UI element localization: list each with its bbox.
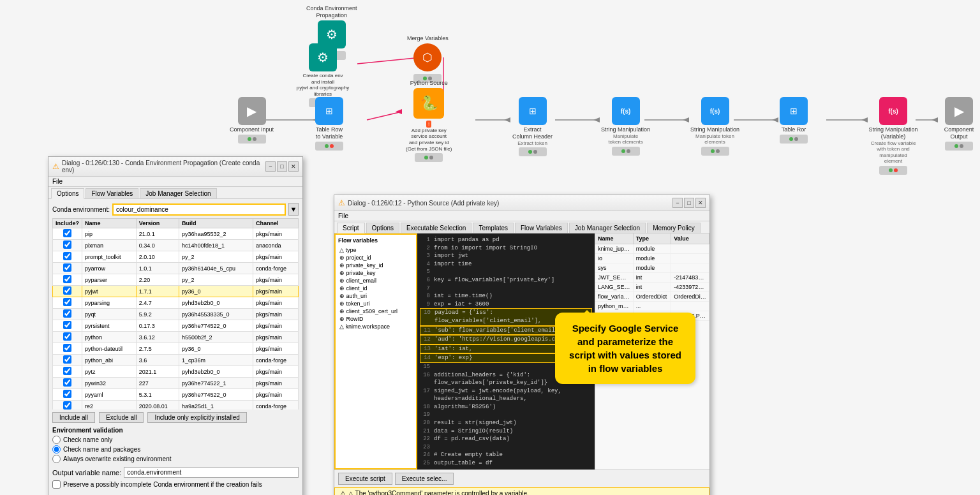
conda-maximize-btn[interactable]: □ (277, 161, 287, 172)
pkg-check[interactable] (53, 320, 82, 332)
include-only-btn[interactable]: Include only explicitly installed (147, 412, 246, 423)
node-component-input[interactable]: ▶ Component Input (230, 97, 274, 144)
conda-package-row: re2 2020.08.01 ha9a25d1_1 conda-forge (53, 401, 299, 410)
pkg-check[interactable] (53, 389, 82, 401)
conda-warning-icon: ⚠ (52, 162, 59, 171)
execute-script-btn[interactable]: Execute script (338, 473, 392, 485)
rpr-type: int (634, 283, 672, 292)
exclude-all-btn[interactable]: Exclude all (99, 412, 144, 423)
dot-green10 (789, 137, 793, 141)
script-line: 18 algorithm='RS256') (420, 403, 592, 411)
conda-menu-file[interactable]: File (52, 178, 63, 185)
conda-package-row: pip 21.0.1 py36haa95532_2 pkgs/main (53, 228, 299, 240)
pkg-check[interactable] (53, 309, 82, 320)
pkg-check[interactable] (53, 366, 82, 378)
flow-var-item[interactable]: ⊕ client_id (338, 284, 413, 292)
radio-check-packages[interactable]: Check name and packages (52, 445, 299, 454)
node-extract-column[interactable]: ⊞ ExtractColumn Header Extract token (512, 97, 553, 156)
include-all-btn[interactable]: Include all (52, 412, 95, 423)
dot-green4 (248, 137, 251, 141)
python-tab-flow-vars[interactable]: Flow Variables (515, 223, 568, 233)
node-table-row-right[interactable]: ⊞ Table Ror (780, 97, 808, 144)
pkg-check[interactable] (53, 297, 82, 309)
python-minimize-btn[interactable]: − (672, 198, 683, 208)
node-table-row-variable[interactable]: ⊞ Table Rowto Variable (315, 97, 343, 151)
preserve-checkbox[interactable] (52, 480, 61, 489)
right-panel-row: JWT_SENTINEL int -2147483648 (595, 273, 709, 283)
conda-tabs[interactable]: Options Flow Variables Job Manager Selec… (48, 187, 302, 199)
python-tab-options[interactable]: Options (366, 223, 399, 233)
conda-env-dropdown[interactable]: ▼ (288, 203, 299, 216)
flow-var-item[interactable]: ⊕ client_email (338, 277, 413, 284)
script-code: key = flow_variables['private_key'] (434, 276, 554, 284)
conda-package-row: pyparser 2.20 py_2 pkgs/main (53, 274, 299, 286)
node-string-manip-2[interactable]: f(s) String Manipulation Manipulate toke… (690, 97, 739, 156)
pkg-check[interactable] (53, 240, 82, 251)
pkg-version: 21.0.1 (136, 228, 179, 240)
radio-check-name[interactable]: Check name only (52, 436, 299, 444)
callout-bubble: Specify Google Service and parameterize … (555, 313, 695, 384)
python-maximize-btn[interactable]: □ (684, 198, 694, 208)
node-extract-column-label: ExtractColumn Header (512, 126, 553, 140)
python-tab-script[interactable]: Script (337, 223, 365, 233)
flow-var-item[interactable]: ⊕ token_uri (338, 300, 413, 307)
python-menu-file[interactable]: File (338, 212, 348, 219)
output-var-input[interactable] (124, 467, 299, 478)
flow-var-item[interactable]: ⊕ private_key (338, 269, 413, 277)
script-line: 7 (420, 284, 592, 293)
execute-select-btn[interactable]: Execute selec... (395, 473, 454, 485)
conda-tab-job-manager[interactable]: Job Manager Selection (140, 188, 216, 198)
svg-line-3 (367, 112, 402, 120)
conda-close-btn[interactable]: ✕ (288, 161, 299, 172)
flow-var-item[interactable]: ⊕ auth_uri (338, 292, 413, 300)
pkg-check[interactable] (53, 228, 82, 240)
node-string-manip-1[interactable]: f(s) String Manipulation Manipulatetoken… (601, 97, 650, 156)
rph-type: Type (634, 233, 672, 244)
conda-buttons-row: Include all Exclude all Include only exp… (52, 412, 299, 423)
node-string-manip-2-sublabel: Manipulate tokenelements (695, 133, 734, 145)
python-tab-job-manager[interactable]: Job Manager Selection (569, 223, 646, 233)
conda-titlebar-controls[interactable]: − □ ✕ (265, 161, 299, 172)
node-string-manip-variable[interactable]: f(s) String Manipulation(Variable) Creat… (868, 97, 919, 175)
conda-env-input[interactable] (112, 203, 286, 216)
preserve-label: Preserve a possibly incomplete Conda env… (63, 481, 262, 488)
python-menu[interactable]: File (334, 211, 709, 221)
node-python-source[interactable]: Python Source 🐍 ! Add private keyservice… (406, 80, 452, 162)
pkg-check[interactable] (53, 263, 82, 274)
node-merge-icon: ⬡ (413, 43, 442, 71)
flow-var-item[interactable]: ⊕ client_x509_cert_url (338, 307, 413, 315)
pkg-version: 2.0.10 (136, 251, 179, 263)
python-tab-templates[interactable]: Templates (473, 223, 514, 233)
flow-var-item[interactable]: ⊕ RowID (338, 315, 413, 323)
flow-var-item[interactable]: ⊕ private_key_id (338, 262, 413, 269)
node-component-output[interactable]: ▶ Component Output (938, 97, 980, 151)
pkg-check[interactable] (53, 332, 82, 343)
rpr-name: JWT_SENTINEL (595, 273, 634, 282)
flow-var-item[interactable]: ⊕ project_id (338, 254, 413, 262)
pkg-check[interactable] (53, 251, 82, 263)
flow-var-item[interactable]: △ type (338, 246, 413, 254)
pkg-check[interactable] (53, 401, 82, 410)
pkg-check[interactable] (53, 286, 82, 297)
pkg-check[interactable] (53, 355, 82, 366)
pkg-check[interactable] (53, 343, 82, 355)
pkg-check[interactable] (53, 274, 82, 286)
conda-menu[interactable]: File (48, 177, 302, 187)
flow-var-item[interactable]: △ knime.workspace (338, 323, 413, 330)
node-merge-variables[interactable]: Merge Variables ⬡ (407, 35, 449, 83)
th-channel: Channel (253, 219, 298, 228)
conda-minimize-btn[interactable]: − (265, 161, 276, 172)
python-tab-memory[interactable]: Memory Policy (647, 223, 701, 233)
node-string-manip-1-sublabel: Manipulatetoken elements (608, 133, 642, 145)
python-close-btn[interactable]: ✕ (695, 198, 706, 208)
conda-tab-options[interactable]: Options (51, 188, 84, 199)
conda-tab-flow-vars[interactable]: Flow Variables (85, 188, 138, 198)
python-tabs[interactable]: Script Options Executable Selection Temp… (334, 221, 709, 233)
pkg-check[interactable] (53, 378, 82, 389)
pkg-channel: pkgs/main (253, 286, 298, 297)
radio-overwrite[interactable]: Always overwrite existing environment (52, 455, 299, 463)
svg-marker-16 (772, 117, 778, 122)
python-titlebar-controls[interactable]: − □ ✕ (672, 198, 706, 208)
preserve-row[interactable]: Preserve a possibly incomplete Conda env… (52, 480, 299, 489)
python-tab-exec[interactable]: Executable Selection (401, 223, 471, 233)
